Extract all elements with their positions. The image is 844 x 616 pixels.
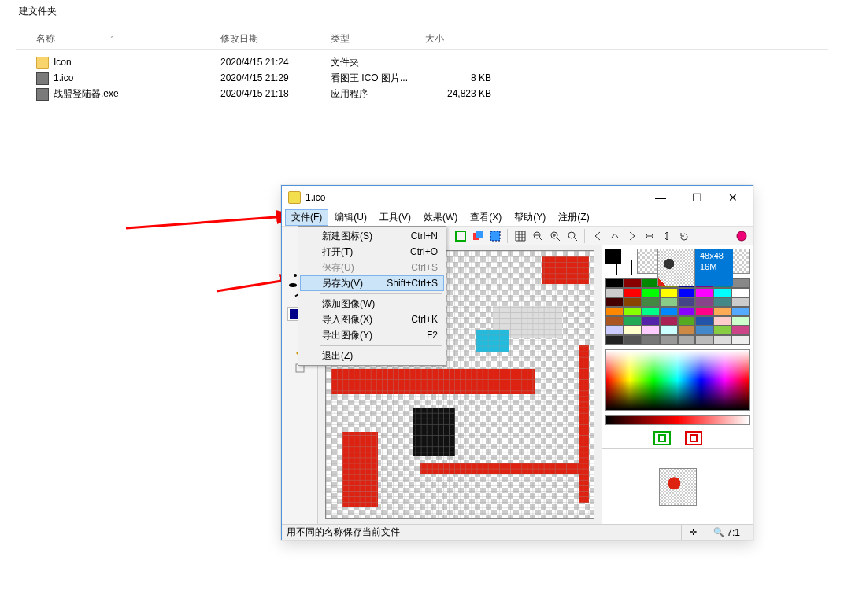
palette-cell[interactable]: [605, 297, 624, 307]
palette-cell[interactable]: [695, 297, 713, 307]
file-row[interactable]: 1.ico 2020/4/15 21:29 看图王 ICO 图片... 8 KB: [16, 70, 828, 86]
menu-import-image[interactable]: 导入图像(X)Ctrl+K: [300, 312, 444, 327]
col-name-header[interactable]: 名称˄: [16, 32, 220, 46]
fg-bg-swatch[interactable]: [605, 249, 632, 275]
tb-nav-right-icon[interactable]: [624, 228, 640, 244]
image-size-item[interactable]: 48x48 16M: [657, 249, 733, 286]
palette-grid[interactable]: [602, 278, 753, 345]
palette-cell[interactable]: [624, 278, 642, 288]
palette-cell[interactable]: [660, 326, 678, 335]
menu-effects[interactable]: 效果(W): [417, 209, 464, 226]
palette-cell[interactable]: [605, 335, 624, 345]
palette-cell[interactable]: [660, 297, 678, 307]
palette-cell[interactable]: [642, 326, 660, 335]
palette-cell[interactable]: [642, 335, 660, 345]
palette-cell[interactable]: [695, 307, 713, 316]
palette-cell[interactable]: [731, 335, 750, 345]
bg-indicator-icon[interactable]: [685, 431, 702, 445]
tb-grid-icon[interactable]: [513, 228, 528, 244]
maximize-button[interactable]: ☐: [679, 186, 715, 209]
palette-cell[interactable]: [731, 307, 750, 316]
menu-tools[interactable]: 工具(V): [373, 209, 417, 226]
brush-small-icon[interactable]: [294, 274, 297, 277]
palette-cell[interactable]: [713, 335, 731, 345]
tb-zoom-in-icon[interactable]: [547, 228, 563, 244]
palette-cell[interactable]: [605, 316, 624, 326]
palette-cell[interactable]: [624, 335, 642, 345]
palette-cell[interactable]: [678, 297, 696, 307]
menu-save-as[interactable]: 另存为(V)Shift+Ctrl+S: [300, 275, 444, 291]
tb-zoom-out-icon[interactable]: [530, 228, 546, 244]
tb-select-blue-icon[interactable]: [487, 228, 503, 244]
palette-cell[interactable]: [624, 316, 642, 326]
palette-cell[interactable]: [605, 326, 624, 335]
file-row[interactable]: Icon 2020/4/15 21:24 文件夹: [16, 54, 828, 70]
palette-cell[interactable]: [660, 335, 678, 345]
palette-cell[interactable]: [678, 288, 696, 297]
palette-cell[interactable]: [695, 326, 713, 335]
tb-zoom-fit-icon[interactable]: [565, 228, 580, 244]
palette-cell[interactable]: [713, 326, 731, 335]
palette-cell[interactable]: [660, 307, 678, 316]
palette-cell[interactable]: [605, 278, 624, 288]
tb-rotate-icon[interactable]: [676, 228, 692, 244]
hue-picker[interactable]: [605, 349, 750, 411]
palette-cell[interactable]: [695, 316, 713, 326]
explorer-column-headers[interactable]: 名称˄ 修改日期 类型 大小: [16, 32, 828, 50]
menu-exit[interactable]: 退出(Z): [300, 348, 444, 363]
palette-cell[interactable]: [695, 288, 713, 297]
palette-cell[interactable]: [624, 297, 642, 307]
fg-indicator-icon[interactable]: [653, 431, 671, 445]
minimize-button[interactable]: —: [642, 186, 679, 209]
menu-add-image[interactable]: 添加图像(W): [300, 296, 444, 312]
palette-cell[interactable]: [695, 335, 713, 345]
palette-cell[interactable]: [731, 326, 750, 335]
palette-cell[interactable]: [642, 307, 660, 316]
tb-nav-up-icon[interactable]: [607, 228, 623, 244]
palette-cell[interactable]: [642, 288, 660, 297]
tb-help-icon[interactable]: [734, 228, 750, 244]
tb-nav-first-icon[interactable]: [590, 228, 605, 244]
col-date-header[interactable]: 修改日期: [220, 32, 331, 46]
tb-flip-h-icon[interactable]: [642, 228, 657, 244]
tb-flip-v-icon[interactable]: [659, 228, 675, 244]
palette-cell[interactable]: [713, 288, 731, 297]
palette-cell[interactable]: [678, 316, 696, 326]
palette-cell[interactable]: [605, 307, 624, 316]
menu-file[interactable]: 文件(F): [285, 209, 328, 226]
palette-cell[interactable]: [731, 278, 750, 288]
col-type-header[interactable]: 类型: [331, 32, 425, 46]
palette-cell[interactable]: [605, 288, 624, 297]
palette-cell[interactable]: [678, 326, 696, 335]
menu-open[interactable]: 打开(T)Ctrl+O: [300, 244, 444, 260]
palette-cell[interactable]: [660, 288, 678, 297]
shade-strip[interactable]: [605, 415, 750, 425]
menu-export-image[interactable]: 导出图像(Y)F2: [300, 327, 444, 343]
brush-ellipse-small-icon[interactable]: [289, 283, 297, 287]
palette-cell[interactable]: [731, 297, 750, 307]
tb-copy-icon[interactable]: [470, 228, 486, 244]
menu-new-icon[interactable]: 新建图标(S)Ctrl+N: [300, 228, 444, 244]
palette-cell[interactable]: [713, 316, 731, 326]
close-button[interactable]: ✕: [715, 186, 751, 209]
window-titlebar[interactable]: 1.ico — ☐ ✕: [282, 186, 753, 209]
palette-cell[interactable]: [642, 316, 660, 326]
tb-select-green-icon[interactable]: [453, 228, 468, 244]
palette-cell[interactable]: [713, 297, 731, 307]
palette-cell[interactable]: [731, 316, 750, 326]
palette-cell[interactable]: [624, 307, 642, 316]
menu-view[interactable]: 查看(X): [464, 209, 508, 226]
file-row[interactable]: 战盟登陆器.exe 2020/4/15 21:18 应用程序 24,823 KB: [16, 86, 828, 101]
col-size-header[interactable]: 大小: [425, 32, 496, 46]
palette-cell[interactable]: [660, 316, 678, 326]
menu-register[interactable]: 注册(Z): [552, 209, 595, 226]
palette-cell[interactable]: [678, 335, 696, 345]
palette-cell[interactable]: [642, 297, 660, 307]
palette-cell[interactable]: [624, 288, 642, 297]
menu-edit[interactable]: 编辑(U): [328, 209, 373, 226]
palette-cell[interactable]: [624, 326, 642, 335]
palette-cell[interactable]: [713, 307, 731, 316]
palette-cell[interactable]: [731, 288, 750, 297]
menu-help[interactable]: 帮助(Y): [508, 209, 552, 226]
palette-cell[interactable]: [678, 307, 696, 316]
